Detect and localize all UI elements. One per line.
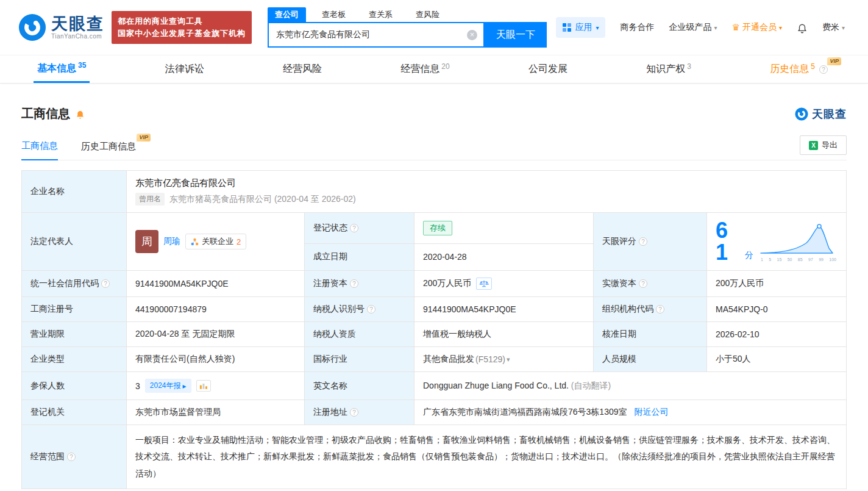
tab-label: 历史信息 xyxy=(770,63,809,76)
business-info-table: 企业名称 东莞市亿亮食品有限公司 曾用名 东莞市猪葛亮食品有限公司 (2020-… xyxy=(21,170,847,489)
reg-authority-label: 登记机关 xyxy=(22,400,127,425)
search-tab-relation[interactable]: 查关系 xyxy=(361,7,400,22)
subtab-label: 历史工商信息 xyxy=(81,141,136,151)
reg-capital-label: 注册资本 ? xyxy=(305,271,414,297)
subtab-history-business-info[interactable]: VIP 历史工商信息 xyxy=(81,141,136,160)
insured-trend-icon[interactable] xyxy=(196,380,211,392)
related-companies-pill[interactable]: 关联企业 2 xyxy=(185,234,246,249)
tyc-score[interactable]: 61 分 15 1550 8597 99100 xyxy=(716,220,838,263)
chevron-down-icon[interactable]: ▾ xyxy=(507,356,510,364)
tab-label: 基本信息 xyxy=(37,62,76,75)
export-button[interactable]: X 导出 xyxy=(800,135,847,155)
top-header: 天眼查 TianYanCha.com 都在用的商业查询工具 国家中小企业发展子基… xyxy=(0,0,868,55)
subtab-business-info[interactable]: 工商信息 xyxy=(21,140,58,160)
tab-count: 5 xyxy=(811,62,815,71)
former-name-line: 曾用名 东莞市猪葛亮食品有限公司 (2020-04 至 2026-02) xyxy=(135,193,838,206)
approval-date-label: 核准日期 xyxy=(594,322,707,347)
english-name-cell: Dongguan Zhuge Liang Food Co., Ltd. (自动翻… xyxy=(414,372,847,400)
help-icon[interactable]: ? xyxy=(639,237,647,246)
score-distribution-chart: 15 1550 8597 99100 xyxy=(760,221,838,262)
help-icon[interactable]: ? xyxy=(101,279,110,288)
insured-count-label: 参保人数 xyxy=(22,372,127,400)
arrow-right-icon: ▸ xyxy=(183,382,187,390)
tab-history-info[interactable]: VIP 历史信息 5 ? xyxy=(766,56,831,83)
tab-intellectual-property[interactable]: 知识产权 3 xyxy=(642,56,695,83)
reg-number-value: 441900007194879 xyxy=(127,297,305,322)
tab-company-development[interactable]: 公司发展 xyxy=(525,56,571,83)
industry-label: 国标行业 xyxy=(305,347,414,372)
help-icon[interactable]: ? xyxy=(350,224,358,232)
vip-upgrade-label: 开通会员 xyxy=(742,22,777,33)
help-icon[interactable]: ? xyxy=(350,408,358,417)
table-row: 企业名称 东莞市亿亮食品有限公司 曾用名 东莞市猪葛亮食品有限公司 (2020-… xyxy=(22,171,847,213)
tab-basic-info[interactable]: 基本信息 35 xyxy=(34,56,90,83)
org-code-value: MA54KPJQ-0 xyxy=(707,297,847,322)
help-icon[interactable]: ? xyxy=(656,305,664,314)
search-input[interactable] xyxy=(269,30,467,40)
search-tab-boss[interactable]: 查老板 xyxy=(315,7,353,22)
tianyancha-logo[interactable]: 天眼查 TianYanCha.com xyxy=(18,13,104,41)
search-tab-company[interactable]: 查公司 xyxy=(268,7,306,22)
paid-capital-label: 实缴资本 ? xyxy=(594,271,707,297)
subscribe-bell-icon[interactable] xyxy=(75,109,85,120)
vip-tag: VIP xyxy=(827,57,841,65)
tyc-score-label: 天眼评分 ? xyxy=(594,213,707,271)
org-code-label: 组织机构代码 ? xyxy=(594,297,707,322)
related-companies-label: 关联企业 xyxy=(202,236,233,247)
company-type-value: 有限责任公司(自然人独资) xyxy=(127,347,305,372)
help-icon[interactable]: ? xyxy=(639,279,647,288)
tab-legal-proceedings[interactable]: 法律诉讼 xyxy=(162,56,208,83)
header-right: 应用 ▾ 商务合作 企业级产品 ▾ ♛ 开通会员 ▾ 费米 ▾ xyxy=(556,17,845,38)
nearby-companies-link[interactable]: 附近公司 xyxy=(634,407,668,417)
tianyancha-watermark: 天眼查 xyxy=(795,107,847,121)
user-menu[interactable]: 费米 ▾ xyxy=(822,22,845,33)
search-tab-risk[interactable]: 查风险 xyxy=(408,7,447,22)
apps-menu[interactable]: 应用 ▾ xyxy=(556,17,605,38)
table-row: 登记机关 东莞市市场监督管理局 注册地址 ? 广东省东莞市南城街道鸿福西路南城段… xyxy=(22,400,847,425)
slogan-badge: 都在用的商业查询工具 国家中小企业发展子基金旗下机构 xyxy=(112,11,252,44)
main-content: 工商信息 天眼查 工商信息 VIP 历史工商信息 X 导出 xyxy=(0,106,868,489)
export-label: 导出 xyxy=(822,140,838,151)
help-icon[interactable]: ? xyxy=(819,65,828,74)
legal-rep-avatar[interactable]: 周 xyxy=(135,230,158,253)
english-name-label: 英文名称 xyxy=(305,372,414,400)
section-title: 工商信息 xyxy=(21,106,70,122)
legal-rep-name-link[interactable]: 周瑜 xyxy=(163,236,180,247)
help-icon[interactable]: ? xyxy=(350,279,358,288)
tab-operation-info[interactable]: 经营信息 20 xyxy=(397,56,453,83)
vip-upgrade-link[interactable]: ♛ 开通会员 ▾ xyxy=(731,22,781,33)
tab-count: 20 xyxy=(441,62,449,71)
business-cooperation-link[interactable]: 商务合作 xyxy=(620,22,654,33)
reg-status-label: 登记状态 ? xyxy=(305,213,414,244)
subtabs: 工商信息 VIP 历史工商信息 X 导出 xyxy=(21,135,847,160)
help-icon[interactable]: ? xyxy=(367,305,375,314)
tab-operation-risk[interactable]: 经营风险 xyxy=(279,56,326,83)
reg-capital-cell: 200万人民币 xyxy=(414,271,594,297)
tab-count: 3 xyxy=(687,62,691,71)
tyc-score-cell: 61 分 15 1550 8597 99100 xyxy=(707,213,847,271)
taxpayer-quality-value: 增值税一般纳税人 xyxy=(414,322,594,347)
chevron-down-icon: ▾ xyxy=(779,24,782,31)
vip-tag: VIP xyxy=(137,134,151,142)
section-head: 工商信息 天眼查 xyxy=(21,106,847,122)
search-button[interactable]: 天眼一下 xyxy=(485,22,547,48)
insured-count-value: 3 xyxy=(135,381,140,391)
clear-search-icon[interactable]: × xyxy=(467,30,477,40)
paid-capital-value: 200万人民币 xyxy=(707,271,847,297)
taxpayer-quality-label: 纳税人资质 xyxy=(305,322,414,347)
table-row: 企业类型 有限责任公司(自然人独资) 国标行业 其他食品批发 (F5129) ▾… xyxy=(22,347,847,372)
industry-cell: 其他食品批发 (F5129) ▾ xyxy=(414,347,594,372)
credit-code-label: 统一社会信用代码 ? xyxy=(22,271,127,297)
reg-capital-value: 200万人民币 xyxy=(423,278,471,289)
enterprise-products-label: 企业级产品 xyxy=(669,22,711,33)
search-row: × 天眼一下 xyxy=(268,22,547,48)
apps-label: 应用 xyxy=(575,22,592,33)
annual-report-badge[interactable]: 2024年报 ▸ xyxy=(145,379,191,393)
help-icon[interactable]: ? xyxy=(67,453,76,461)
enterprise-products-link[interactable]: 企业级产品 ▾ xyxy=(669,22,717,33)
score-axis: 15 1550 8597 99100 xyxy=(760,257,838,262)
notification-bell-icon[interactable] xyxy=(797,22,808,34)
logo-text: 天眼查 TianYanCha.com xyxy=(51,15,104,39)
chevron-down-icon: ▾ xyxy=(842,24,845,31)
capital-compare-icon[interactable] xyxy=(476,278,492,290)
